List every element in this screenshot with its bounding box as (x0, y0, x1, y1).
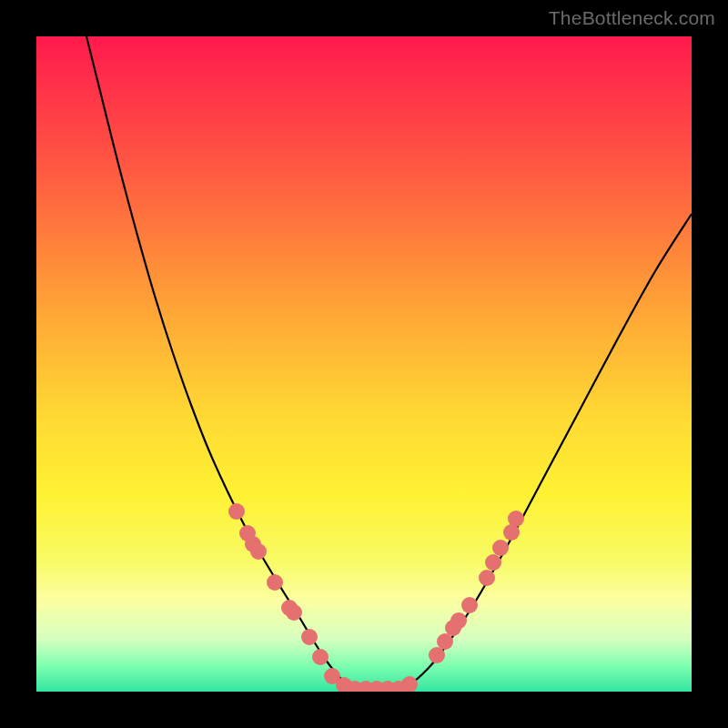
curve-marker (437, 633, 453, 650)
curve-marker (301, 629, 318, 645)
curve-marker (479, 570, 495, 586)
plot-area (36, 36, 692, 692)
curve-marker (450, 612, 467, 629)
curve-markers (228, 503, 524, 692)
curve-marker (250, 543, 267, 560)
chart-frame: TheBottleneck.com (0, 0, 728, 728)
chart-svg (36, 36, 692, 692)
curve-marker (286, 604, 302, 621)
attribution-text: TheBottleneck.com (549, 7, 715, 29)
curve-marker (228, 503, 245, 520)
curve-marker (429, 647, 445, 663)
curve-marker (492, 540, 509, 556)
curve-marker (461, 597, 478, 613)
curve-marker (267, 574, 283, 591)
curve-marker (485, 554, 501, 571)
curve-marker (401, 676, 418, 692)
bottleneck-curve (86, 36, 692, 689)
curve-marker (508, 511, 524, 527)
curve-marker (312, 649, 329, 665)
